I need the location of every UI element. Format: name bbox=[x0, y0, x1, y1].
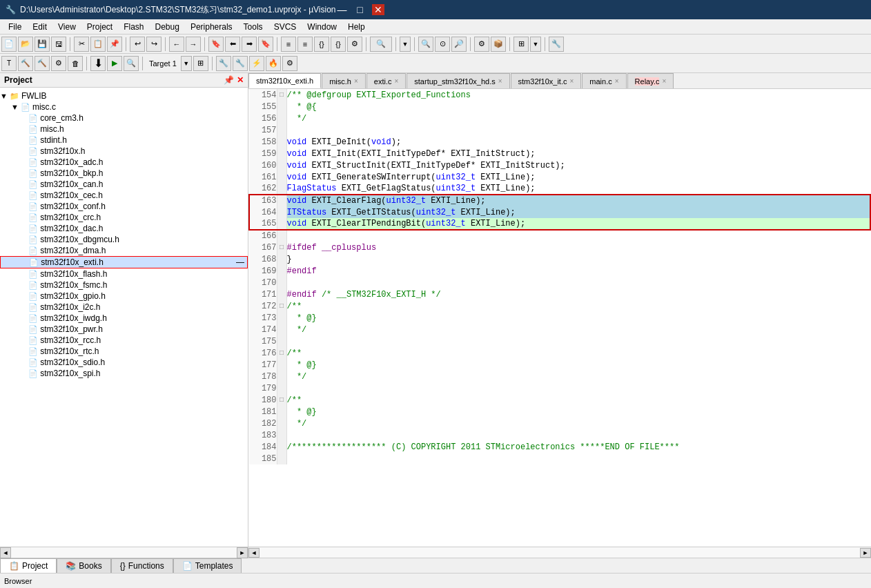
fold-indicator[interactable] bbox=[277, 429, 286, 441]
prev-bookmark-button[interactable]: ⬅ bbox=[225, 37, 240, 52]
tab-stm32f10x_exti-h[interactable]: stm32f10x_exti.h bbox=[248, 73, 321, 88]
tree-item-stm32f10x_exti-h[interactable]: 📄stm32f10x_exti.h— bbox=[0, 256, 248, 268]
save-button[interactable]: 💾 bbox=[35, 37, 50, 52]
scroll-right-btn[interactable]: ► bbox=[860, 548, 871, 558]
line-content[interactable]: /** bbox=[286, 394, 870, 406]
line-content[interactable]: ITStatus EXTI_GetITStatus(uint32_t EXTI_… bbox=[286, 206, 870, 218]
extra1-button[interactable]: 🔧 bbox=[216, 56, 231, 71]
left-scrollbar[interactable]: ◄ ► bbox=[0, 547, 248, 558]
line-content[interactable]: #endif /* __STM32F10x_EXTI_H */ bbox=[286, 288, 870, 300]
run-button[interactable]: ▶ bbox=[107, 56, 122, 71]
settings-button[interactable]: 🔧 bbox=[549, 37, 564, 52]
tab-main-c[interactable]: main.c × bbox=[582, 73, 626, 88]
fold-indicator[interactable] bbox=[277, 406, 286, 418]
fold-indicator[interactable] bbox=[277, 324, 286, 335]
tree-item-stm32f10x_dbgmcu-h[interactable]: 📄stm32f10x_dbgmcu.h bbox=[0, 234, 248, 245]
code-editor[interactable]: 154□/** @defgroup EXTI_Exported_Function… bbox=[248, 89, 871, 547]
fold-indicator[interactable] bbox=[277, 312, 286, 324]
fold-indicator[interactable] bbox=[277, 230, 286, 242]
fold-indicator[interactable] bbox=[277, 441, 286, 453]
line-content[interactable] bbox=[286, 230, 870, 242]
line-content[interactable] bbox=[286, 335, 870, 347]
indent-button[interactable]: ≡ bbox=[281, 37, 296, 52]
h-scrollbar[interactable]: ◄ ► bbox=[248, 547, 871, 558]
window-layout-button[interactable]: ⊞ bbox=[513, 37, 529, 52]
fold-indicator[interactable]: □ bbox=[277, 300, 286, 312]
tab-templates[interactable]: 📄 Templates bbox=[173, 558, 242, 573]
menu-flash[interactable]: Flash bbox=[118, 21, 149, 33]
line-content[interactable]: * @{ bbox=[286, 101, 870, 112]
new-file-button[interactable]: 📄 bbox=[1, 37, 17, 52]
tab-project[interactable]: 📋 Project bbox=[0, 558, 57, 573]
menu-view[interactable]: View bbox=[52, 21, 81, 33]
fold-indicator[interactable] bbox=[277, 453, 286, 464]
line-content[interactable]: * @} bbox=[286, 312, 870, 324]
batch-build-button[interactable]: ⚙ bbox=[51, 56, 66, 71]
fold-indicator[interactable] bbox=[277, 195, 286, 206]
tab-close-icon[interactable]: × bbox=[569, 77, 574, 85]
clean-button[interactable]: 🗑 bbox=[68, 56, 83, 71]
menu-peripherals[interactable]: Peripherals bbox=[185, 21, 238, 33]
line-content[interactable]: */ bbox=[286, 324, 870, 335]
menu-file[interactable]: File bbox=[3, 21, 27, 33]
tree-item-stm32f10x_i2c-h[interactable]: 📄stm32f10x_i2c.h bbox=[0, 302, 248, 313]
line-content[interactable]: FlagStatus EXTI_GetFlagStatus(uint32_t E… bbox=[286, 183, 870, 195]
tree-item-FWLIB[interactable]: ▼📁FWLIB bbox=[0, 90, 248, 101]
tree-item-stdint-h[interactable]: 📄stdint.h bbox=[0, 135, 248, 146]
tab-stm32f10x_it-c[interactable]: stm32f10x_it.c × bbox=[511, 73, 582, 88]
fold-indicator[interactable]: □ bbox=[277, 89, 286, 101]
tree-item-stm32f10x_pwr-h[interactable]: 📄stm32f10x_pwr.h bbox=[0, 324, 248, 335]
line-content[interactable]: void EXTI_GenerateSWInterrupt(uint32_t E… bbox=[286, 171, 870, 183]
tree-item-stm32f10x_flash-h[interactable]: 📄stm32f10x_flash.h bbox=[0, 268, 248, 280]
tree-item-stm32f10x_fsmc-h[interactable]: 📄stm32f10x_fsmc.h bbox=[0, 280, 248, 291]
menu-edit[interactable]: Edit bbox=[27, 21, 52, 33]
next-bookmark-button[interactable]: ➡ bbox=[242, 37, 257, 52]
clear-bookmark-button[interactable]: 🔖 bbox=[258, 37, 273, 52]
line-content[interactable]: } bbox=[286, 253, 870, 265]
redo-button[interactable]: ↪ bbox=[146, 37, 162, 52]
line-content[interactable]: * @} bbox=[286, 406, 870, 418]
find-in-files-button[interactable]: 🔍 bbox=[418, 37, 433, 52]
tree-item-stm32f10x_sdio-h[interactable]: 📄stm32f10x_sdio.h bbox=[0, 357, 248, 368]
fold-indicator[interactable] bbox=[277, 218, 286, 230]
tree-item-stm32f10x_adc-h[interactable]: 📄stm32f10x_adc.h bbox=[0, 157, 248, 168]
format2-button[interactable]: {} bbox=[331, 37, 346, 52]
save-all-button[interactable]: 🖫 bbox=[51, 37, 66, 52]
pin-icon[interactable]: 📌 bbox=[224, 75, 234, 85]
line-content[interactable]: void EXTI_Init(EXTI_InitTypeDef* EXTI_In… bbox=[286, 148, 870, 159]
layout-dropdown[interactable]: ▼ bbox=[530, 37, 541, 52]
menu-debug[interactable]: Debug bbox=[150, 21, 185, 33]
line-content[interactable] bbox=[286, 382, 870, 394]
extra3-button[interactable]: ⚡ bbox=[249, 56, 264, 71]
tree-item-stm32f10x_bkp-h[interactable]: 📄stm32f10x_bkp.h bbox=[0, 168, 248, 179]
line-content[interactable]: /******************* (C) COPYRIGHT 2011 … bbox=[286, 441, 870, 453]
target-options2-button[interactable]: ⊞ bbox=[193, 56, 208, 71]
line-content[interactable] bbox=[286, 453, 870, 464]
panel-close-icon[interactable]: ✕ bbox=[237, 75, 244, 85]
fold-indicator[interactable] bbox=[277, 382, 286, 394]
nav-forward-button[interactable]: → bbox=[186, 37, 201, 52]
fold-indicator[interactable] bbox=[277, 206, 286, 218]
fold-indicator[interactable] bbox=[277, 265, 286, 277]
view-dropdown[interactable]: ▼ bbox=[400, 37, 411, 52]
tree-item-misc-h[interactable]: 📄misc.h bbox=[0, 124, 248, 135]
target-dropdown[interactable]: ▼ bbox=[181, 56, 192, 71]
minimize-button[interactable]: — bbox=[336, 4, 349, 15]
device-button[interactable]: 📦 bbox=[491, 37, 506, 52]
tab-Relay-c[interactable]: Relay.c × bbox=[627, 73, 674, 88]
format-button[interactable]: {} bbox=[314, 37, 329, 52]
fold-indicator[interactable] bbox=[277, 159, 286, 171]
cut-button[interactable]: ✂ bbox=[74, 37, 89, 52]
translate-button[interactable]: T bbox=[1, 56, 17, 71]
copy-button[interactable]: 📋 bbox=[90, 37, 106, 52]
maximize-button[interactable]: □ bbox=[354, 4, 366, 15]
scroll-left-arrow[interactable]: ◄ bbox=[0, 547, 11, 558]
menu-svcs[interactable]: SVCS bbox=[268, 21, 302, 33]
tab-close-icon[interactable]: × bbox=[394, 77, 398, 85]
tree-item-stm32f10x_spi-h[interactable]: 📄stm32f10x_spi.h bbox=[0, 368, 248, 379]
fold-indicator[interactable] bbox=[277, 418, 286, 429]
fold-indicator[interactable] bbox=[277, 124, 286, 136]
line-content[interactable]: #endif bbox=[286, 265, 870, 277]
tree-item-stm32f10x_rtc-h[interactable]: 📄stm32f10x_rtc.h bbox=[0, 346, 248, 357]
line-content[interactable]: * @} bbox=[286, 359, 870, 371]
